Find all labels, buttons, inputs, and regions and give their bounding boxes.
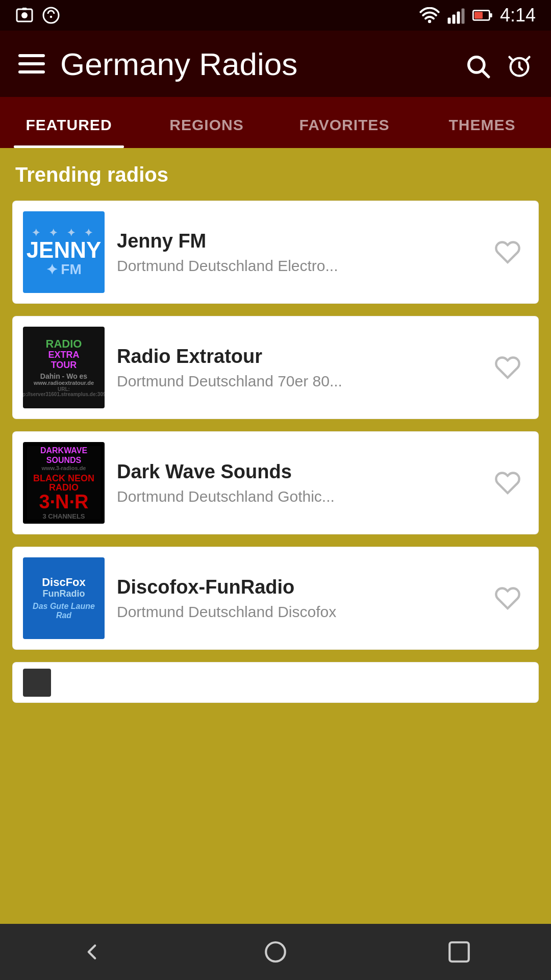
svg-rect-8 bbox=[457, 12, 460, 24]
status-icons-left bbox=[15, 6, 60, 24]
radio-info-extratour: Radio Extratour Dortmund Deutschland 70e… bbox=[117, 346, 475, 390]
radio-info-darkwave: Dark Wave Sounds Dortmund Deutschland Go… bbox=[117, 461, 475, 505]
wifi-icon bbox=[419, 7, 440, 23]
svg-rect-9 bbox=[461, 9, 464, 24]
tab-themes[interactable]: THEMES bbox=[413, 116, 551, 148]
favorite-button-jenny-fm[interactable] bbox=[487, 232, 528, 273]
svg-rect-6 bbox=[447, 18, 450, 24]
radio-name: Discofox-FunRadio bbox=[117, 576, 475, 598]
radio-artwork-jenny-fm: ✦ ✦ ✦ ✦ JENNY ✦FM bbox=[23, 211, 105, 293]
section-title: Trending radios bbox=[12, 163, 539, 186]
home-button[interactable] bbox=[255, 932, 296, 972]
svg-point-1 bbox=[21, 12, 28, 18]
page-title: Germany Radios bbox=[60, 46, 449, 82]
tab-bar: FEATURED REGIONS FAVORITES THEMES bbox=[0, 97, 551, 148]
radio-subtitle: Dortmund Deutschland Electro... bbox=[117, 257, 475, 275]
partial-artwork bbox=[23, 669, 51, 697]
status-time: 4:14 bbox=[500, 5, 536, 26]
phone-icon bbox=[42, 6, 60, 24]
app-bar: Germany Radios bbox=[0, 31, 551, 97]
tab-favorites[interactable]: FAVORITES bbox=[276, 116, 413, 148]
tab-regions[interactable]: REGIONS bbox=[138, 116, 276, 148]
svg-point-5 bbox=[428, 20, 431, 23]
battery-icon bbox=[472, 8, 493, 22]
favorite-button-discofox[interactable] bbox=[487, 578, 528, 619]
svg-point-16 bbox=[266, 942, 285, 962]
radio-info-jenny-fm: Jenny FM Dortmund Deutschland Electro... bbox=[117, 230, 475, 275]
hamburger-menu-button[interactable] bbox=[18, 54, 45, 74]
tab-featured[interactable]: FEATURED bbox=[0, 116, 138, 148]
radio-subtitle: Dortmund Deutschland Gothic... bbox=[117, 488, 475, 505]
alarm-button[interactable] bbox=[506, 48, 533, 79]
radio-subtitle: Dortmund Deutschland Discofox bbox=[117, 603, 475, 621]
search-button[interactable] bbox=[464, 48, 491, 79]
svg-rect-7 bbox=[452, 15, 455, 24]
radio-artwork-darkwave: DARKWAVE SOUNDS www.3-radios.de BLACK NE… bbox=[23, 442, 105, 524]
radio-card-darkwave[interactable]: DARKWAVE SOUNDS www.3-radios.de BLACK NE… bbox=[12, 431, 539, 534]
recents-button[interactable] bbox=[439, 932, 480, 972]
radio-name: Radio Extratour bbox=[117, 346, 475, 368]
svg-rect-11 bbox=[474, 12, 483, 18]
signal-icon bbox=[447, 6, 465, 24]
radio-name: Jenny FM bbox=[117, 230, 475, 252]
favorite-button-extratour[interactable] bbox=[487, 347, 528, 388]
radio-artwork-extratour: RADIO EXTRATOUR Dahin - Wo es www.radioe… bbox=[23, 327, 105, 408]
back-button[interactable] bbox=[71, 932, 112, 972]
radio-card-discofox[interactable]: DiscFox FunRadio Das Gute Laune Rad Disc… bbox=[12, 547, 539, 650]
svg-rect-12 bbox=[489, 13, 492, 17]
svg-line-14 bbox=[483, 71, 489, 77]
radio-card-jenny-fm[interactable]: ✦ ✦ ✦ ✦ JENNY ✦FM Jenny FM Dortmund Deut… bbox=[12, 201, 539, 304]
svg-rect-2 bbox=[22, 8, 27, 10]
radio-name: Dark Wave Sounds bbox=[117, 461, 475, 483]
status-bar: 4:14 bbox=[0, 0, 551, 31]
bottom-nav-bar bbox=[0, 924, 551, 980]
svg-point-4 bbox=[50, 16, 53, 18]
radio-info-discofox: Discofox-FunRadio Dortmund Deutschland D… bbox=[117, 576, 475, 621]
photo-icon bbox=[15, 6, 34, 24]
radio-card-extratour[interactable]: RADIO EXTRATOUR Dahin - Wo es www.radioe… bbox=[12, 316, 539, 419]
status-icons-right: 4:14 bbox=[419, 5, 536, 26]
favorite-button-darkwave[interactable] bbox=[487, 462, 528, 503]
radio-artwork-discofox: DiscFox FunRadio Das Gute Laune Rad bbox=[23, 557, 105, 639]
main-content: Trending radios ✦ ✦ ✦ ✦ JENNY ✦FM Jenny … bbox=[0, 148, 551, 779]
svg-rect-17 bbox=[449, 942, 469, 962]
radio-subtitle: Dortmund Deutschland 70er 80... bbox=[117, 373, 475, 390]
radio-card-partial[interactable] bbox=[12, 662, 539, 703]
